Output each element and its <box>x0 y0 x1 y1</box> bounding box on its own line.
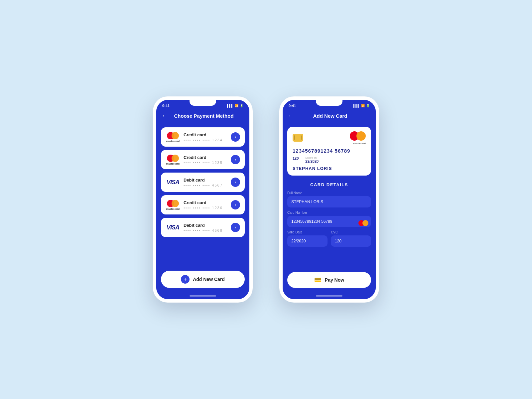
valid-date-input[interactable] <box>287 235 328 247</box>
wifi-icon-2: 📶 <box>361 104 365 107</box>
add-card-screen-content: mastercard 1234567891234 56789 120 Expir… <box>283 123 376 299</box>
battery-icon: 🔋 <box>240 104 243 107</box>
plus-icon: + <box>181 275 190 284</box>
mc-preview-label: mastercard <box>353 142 366 145</box>
status-time-2: 9:41 <box>289 104 296 108</box>
card-info-4: Credit card •••• •••• •••• 1236 <box>184 200 227 210</box>
visa-logo-1: VISA <box>166 177 180 188</box>
mastercard-logo-3: mastercard <box>166 199 180 210</box>
header-2: ← Add New Card <box>283 110 376 123</box>
card-type-4: Credit card <box>184 200 227 205</box>
payment-list-screen: mastercard Credit card •••• •••• •••• 12… <box>156 123 249 299</box>
page-title-1: Choose Payment Method <box>172 113 236 119</box>
home-bar-2 <box>316 295 342 297</box>
battery-icon-2: 🔋 <box>366 104 370 107</box>
valid-date-label: Valid Date <box>287 230 328 234</box>
card-info-5: Debit card •••• •••• •••• 4568 <box>184 223 227 232</box>
form-section-title: CARD DETAILS <box>287 182 371 187</box>
valid-date-col: Valid Date <box>287 230 328 250</box>
card-item-2[interactable]: mastercard Credit card •••• •••• •••• 12… <box>161 150 245 169</box>
card-arrow-4[interactable]: › <box>231 200 240 209</box>
card-top-row: mastercard <box>293 131 366 144</box>
card-details-form: CARD DETAILS Full Name Card Number Valid… <box>283 179 376 272</box>
home-indicator-2 <box>283 293 376 299</box>
card-meta-row: 120 Expire on 22/2020 <box>293 156 366 163</box>
card-type-5: Debit card <box>184 223 227 228</box>
status-bar-2: 9:41 ▌▌▌ 📶 🔋 <box>283 100 376 110</box>
card-type-2: Credit card <box>184 155 227 160</box>
add-card-label: Add New Card <box>193 277 225 282</box>
card-info-2: Credit card •••• •••• •••• 1235 <box>184 155 227 165</box>
pay-now-button[interactable]: 💳 Pay Now <box>287 272 371 288</box>
date-cvc-row: Valid Date CVC <box>287 230 371 250</box>
header-1: ← Choose Payment Method <box>156 110 249 123</box>
pay-icon: 💳 <box>314 276 322 284</box>
status-time-1: 9:41 <box>162 104 170 108</box>
card-dots-4: •••• •••• •••• 1236 <box>184 206 227 210</box>
expire-value: 22/2020 <box>305 159 319 163</box>
card-item-4[interactable]: mastercard Credit card •••• •••• •••• 12… <box>161 195 245 214</box>
full-name-input[interactable] <box>287 196 371 207</box>
wifi-icon: 📶 <box>235 104 238 107</box>
card-list: mastercard Credit card •••• •••• •••• 12… <box>156 123 249 268</box>
cvv-meta: 120 <box>293 156 299 163</box>
expire-meta: Expire on 22/2020 <box>305 156 319 163</box>
card-dots-5: •••• •••• •••• 4568 <box>184 228 227 232</box>
card-holder-preview: STEPHAN LORIS <box>293 166 366 171</box>
card-preview: mastercard 1234567891234 56789 120 Expir… <box>287 127 371 176</box>
back-button-1[interactable]: ← <box>162 112 168 119</box>
card-arrow-1[interactable]: › <box>231 132 240 142</box>
expire-label: Expire on <box>305 156 319 159</box>
card-number-input-wrap <box>287 216 371 230</box>
cvv-value: 120 <box>293 156 299 160</box>
pay-label: Pay Now <box>325 277 344 283</box>
status-icons-2: ▌▌▌ 📶 🔋 <box>353 104 370 107</box>
card-item-1[interactable]: mastercard Credit card •••• •••• •••• 12… <box>161 127 245 147</box>
card-number-mc-logo <box>358 220 368 226</box>
card-arrow-5[interactable]: › <box>231 223 240 232</box>
cvc-label: CVC <box>331 230 371 234</box>
card-dots-2: •••• •••• •••• 1235 <box>184 161 227 165</box>
mc-preview-right <box>356 131 366 141</box>
home-indicator-1 <box>156 293 249 299</box>
back-button-2[interactable]: ← <box>288 112 294 119</box>
card-item-5[interactable]: VISA Debit card •••• •••• •••• 4568 › <box>161 218 245 237</box>
card-arrow-3[interactable]: › <box>231 178 240 187</box>
add-new-card-button[interactable]: + Add New Card <box>161 271 245 288</box>
status-icons-1: ▌▌▌ 📶 🔋 <box>227 104 243 107</box>
cvc-col: CVC <box>331 230 371 250</box>
card-dots-1: •••• •••• •••• 1234 <box>184 138 227 142</box>
cvc-input[interactable] <box>331 235 371 247</box>
home-bar-1 <box>190 295 216 297</box>
mastercard-logo-2: mastercard <box>166 154 180 165</box>
visa-logo-2: VISA <box>166 222 180 233</box>
signal-icon: ▌▌▌ <box>227 104 233 107</box>
card-info-1: Credit card •••• •••• •••• 1234 <box>184 132 227 142</box>
card-arrow-2[interactable]: › <box>231 155 240 164</box>
card-dots-3: •••• •••• •••• 4567 <box>184 183 227 187</box>
page-title-2: Add New Card <box>298 113 362 119</box>
status-bar-1: 9:41 ▌▌▌ 📶 🔋 <box>156 100 249 110</box>
full-name-label: Full Name <box>287 191 371 195</box>
signal-icon-2: ▌▌▌ <box>353 104 360 107</box>
card-number-preview: 1234567891234 56789 <box>293 148 366 154</box>
mastercard-logo-1: mastercard <box>166 131 180 143</box>
card-item-3[interactable]: VISA Debit card •••• •••• •••• 4567 › <box>161 173 245 192</box>
card-info-3: Debit card •••• •••• •••• 4567 <box>184 178 227 187</box>
card-type-1: Credit card <box>184 132 227 137</box>
card-number-label: Card Number <box>287 211 371 214</box>
card-type-3: Debit card <box>184 178 227 183</box>
phone-2: 9:41 ▌▌▌ 📶 🔋 ← Add New Card mast <box>279 96 379 303</box>
chip-icon <box>293 134 303 142</box>
phone-1: 9:41 ▌▌▌ 📶 🔋 ← Choose Payment Method <box>153 96 253 303</box>
